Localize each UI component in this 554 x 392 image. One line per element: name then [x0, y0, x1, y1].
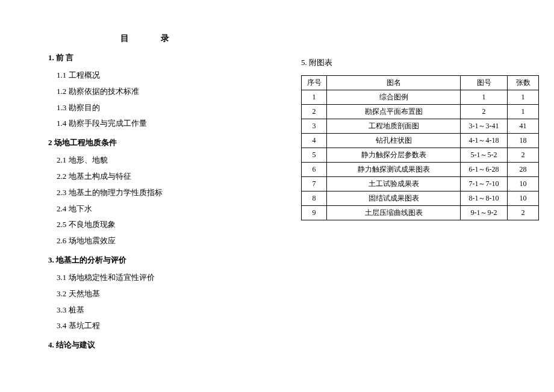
- toc-item: 3.4 基坑工程: [57, 320, 277, 332]
- header-seq: 序号: [302, 76, 327, 90]
- cell-num: 3-1～3-41: [461, 119, 508, 134]
- toc-item: 1.3 勘察目的: [57, 102, 277, 114]
- table-row: 2 勘探点平面布置图 2 1: [302, 105, 539, 119]
- cell-name: 综合图例: [327, 90, 461, 105]
- cell-name: 静力触探分层参数表: [327, 148, 461, 163]
- cell-name: 工程地质剖面图: [327, 119, 461, 134]
- cell-name: 土层压缩曲线图表: [327, 206, 461, 220]
- cell-count: 28: [508, 163, 539, 177]
- cell-name: 固结试成果图表: [327, 191, 461, 206]
- cell-name: 土工试验成果表: [327, 177, 461, 191]
- cell-name: 勘探点平面布置图: [327, 105, 461, 119]
- table-row: 1 综合图例 1 1: [302, 90, 539, 105]
- cell-seq: 6: [302, 163, 327, 177]
- table-row: 4 钻孔柱状图 4-1～4-18 18: [302, 134, 539, 148]
- header-count: 张数: [508, 76, 539, 90]
- toc-title: 目 录: [120, 33, 277, 44]
- toc-item: 2.6 场地地震效应: [57, 235, 277, 247]
- toc-item: 2.4 地下水: [57, 203, 277, 216]
- toc-item: 1.2 勘察依据的技术标准: [57, 86, 277, 98]
- cell-seq: 8: [302, 191, 327, 206]
- cell-count: 1: [508, 90, 539, 105]
- cell-num: 6-1～6-28: [461, 163, 508, 177]
- cell-name: 钻孔柱状图: [327, 134, 461, 148]
- cell-seq: 2: [302, 105, 327, 119]
- table-row: 7 土工试验成果表 7-1～7-10 10: [302, 177, 539, 191]
- title-char-1: 目: [120, 34, 130, 43]
- cell-num: 9-1～9-2: [461, 206, 508, 220]
- toc-item: 2.5 不良地质现象: [57, 219, 277, 231]
- cell-count: 10: [508, 177, 539, 191]
- cell-num: 7-1～7-10: [461, 177, 508, 191]
- toc-item: 1.1 工程概况: [57, 69, 277, 82]
- section-3-heading: 3. 地基土的分析与评价: [48, 255, 277, 266]
- cell-num: 5-1～5-2: [461, 148, 508, 163]
- cell-seq: 5: [302, 148, 327, 163]
- cell-count: 41: [508, 119, 539, 134]
- cell-seq: 4: [302, 134, 327, 148]
- cell-seq: 1: [302, 90, 327, 105]
- section-1-heading: 1. 前 言: [48, 52, 277, 63]
- cell-seq: 7: [302, 177, 327, 191]
- toc-right-column: 5. 附图表 序号 图名 图号 张数 1 综合图例 1 1 2 勘探点平面布置图…: [301, 57, 539, 220]
- table-row: 5 静力触探分层参数表 5-1～5-2 2: [302, 148, 539, 163]
- cell-num: 4-1～4-18: [461, 134, 508, 148]
- toc-item: 3.2 天然地基: [57, 288, 277, 300]
- table-header-row: 序号 图名 图号 张数: [302, 76, 539, 90]
- table-row: 6 静力触探测试成果图表 6-1～6-28 28: [302, 163, 539, 177]
- cell-count: 10: [508, 191, 539, 206]
- cell-seq: 3: [302, 119, 327, 134]
- title-char-2: 录: [161, 34, 170, 43]
- toc-item: 3.3 桩基: [57, 304, 277, 317]
- cell-seq: 9: [302, 206, 327, 220]
- cell-num: 8-1～8-10: [461, 191, 508, 206]
- cell-num: 2: [461, 105, 508, 119]
- appendix-heading: 5. 附图表: [301, 57, 539, 68]
- cell-num: 1: [461, 90, 508, 105]
- toc-item: 3.1 场地稳定性和适宜性评价: [57, 272, 277, 284]
- cell-name: 静力触探测试成果图表: [327, 163, 461, 177]
- section-2-heading: 2 场地工程地质条件: [48, 137, 277, 148]
- header-name: 图名: [327, 76, 461, 90]
- toc-left-column: 目 录 1. 前 言 1.1 工程概况 1.2 勘察依据的技术标准 1.3 勘察…: [48, 33, 277, 356]
- toc-item: 2.3 地基土的物理力学性质指标: [57, 187, 277, 199]
- appendix-table: 序号 图名 图号 张数 1 综合图例 1 1 2 勘探点平面布置图 2 1 3 …: [301, 75, 539, 220]
- table-row: 9 土层压缩曲线图表 9-1～9-2 2: [302, 206, 539, 220]
- table-row: 3 工程地质剖面图 3-1～3-41 41: [302, 119, 539, 134]
- cell-count: 2: [508, 206, 539, 220]
- toc-item: 2.2 地基土构成与特征: [57, 170, 277, 183]
- cell-count: 18: [508, 134, 539, 148]
- cell-count: 1: [508, 105, 539, 119]
- header-num: 图号: [461, 76, 508, 90]
- section-4-heading: 4. 结论与建议: [48, 340, 277, 350]
- toc-item: 1.4 勘察手段与完成工作量: [57, 117, 277, 130]
- toc-item: 2.1 地形、地貌: [57, 154, 277, 167]
- cell-count: 2: [508, 148, 539, 163]
- table-row: 8 固结试成果图表 8-1～8-10 10: [302, 191, 539, 206]
